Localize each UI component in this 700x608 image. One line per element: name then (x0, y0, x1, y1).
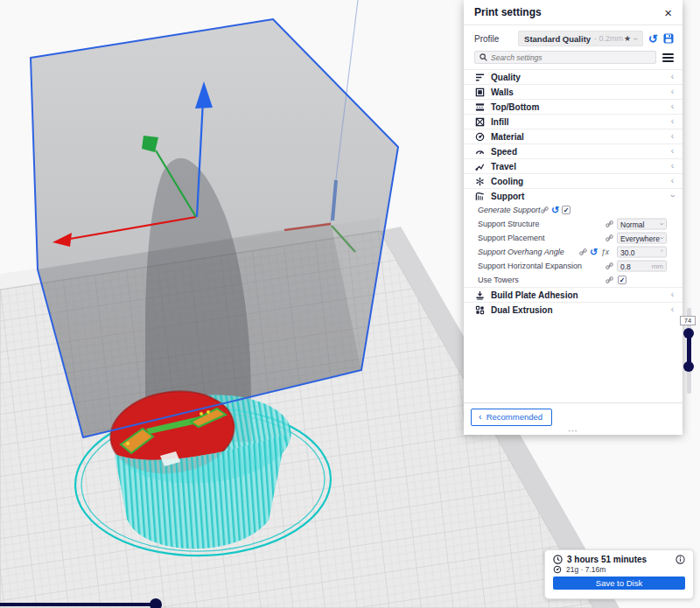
print-settings-panel: Print settings × Profile Standard Qualit… (464, 0, 682, 435)
chevron-expanded-icon: ‹ (668, 194, 676, 197)
link-icon[interactable] (541, 206, 549, 214)
chevron-collapsed-icon: ‹ (671, 102, 674, 111)
setting-support-overhang-angle[interactable]: Support Overhang Angle ↺ ƒx 30.0 ° (464, 245, 682, 259)
support-icon (475, 192, 485, 201)
cooling-icon (475, 177, 485, 186)
chevron-collapsed-icon: ‹ (671, 87, 674, 96)
category-support[interactable]: Support ‹ (464, 188, 682, 203)
material-spool-icon (553, 565, 562, 574)
link-icon[interactable] (579, 248, 587, 256)
setting-support-placement[interactable]: Support Placement Everywhere ‹ (464, 231, 682, 245)
panel-footer: ‹ Recommended ⋯ (464, 402, 682, 435)
top-bottom-icon (475, 102, 485, 112)
material-icon (475, 132, 485, 142)
print-time-row: 3 hours 51 minutes (553, 555, 685, 564)
material-usage: 21g · 7.16m (566, 565, 606, 574)
link-icon[interactable] (606, 276, 613, 284)
generate-support-checkbox[interactable]: ✓ (562, 206, 570, 214)
setting-generate-support[interactable]: Generate Support ↺ ✓ (464, 203, 682, 217)
profile-row: Profile Standard Quality - 0.2mm ★ ‹ ↺ (474, 31, 674, 46)
layer-slider-value: 74 (680, 316, 696, 325)
category-walls[interactable]: Walls ‹ (464, 84, 682, 99)
category-build-plate-adhesion[interactable]: Build Plate Adhesion ‹ (464, 287, 682, 302)
chevron-collapsed-icon: ‹ (671, 73, 674, 81)
support-placement-select[interactable]: Everywhere ‹ (617, 233, 667, 244)
category-travel[interactable]: Travel ‹ (464, 158, 682, 173)
simulation-slider-track[interactable] (0, 603, 156, 606)
revert-icon[interactable]: ↺ (551, 206, 559, 215)
chevron-down-icon: ‹ (658, 237, 666, 240)
save-profile-button[interactable] (663, 33, 674, 44)
simulation-slider-handle[interactable] (150, 598, 162, 608)
revert-profile-button[interactable]: ↺ (648, 33, 658, 45)
link-icon[interactable] (606, 234, 613, 242)
travel-icon (475, 162, 485, 171)
chevron-collapsed-icon: ‹ (671, 177, 674, 185)
support-horizontal-expansion-input[interactable]: 0.8 mm (617, 261, 667, 272)
close-icon[interactable]: × (664, 6, 672, 19)
revert-icon[interactable]: ↺ (590, 248, 598, 257)
cura-window: Print settings × Profile Standard Qualit… (0, 0, 700, 608)
save-disk-icon (663, 33, 674, 44)
search-box[interactable] (474, 51, 656, 64)
category-top-bottom[interactable]: Top/Bottom ‹ (464, 99, 682, 114)
chevron-collapsed-icon: ‹ (671, 117, 674, 126)
category-material[interactable]: Material ‹ (464, 129, 682, 143)
category-speed[interactable]: Speed ‹ (464, 143, 682, 158)
chevron-down-icon: ‹ (632, 38, 640, 40)
panel-drag-handle[interactable]: ⋯ (568, 425, 578, 437)
chevron-collapsed-icon: ‹ (671, 162, 674, 171)
search-row (474, 51, 674, 64)
walls-icon (475, 87, 485, 97)
category-quality[interactable]: Quality ‹ (464, 69, 682, 84)
search-input[interactable] (491, 53, 651, 62)
use-towers-checkbox[interactable]: ✓ (618, 276, 626, 284)
info-icon[interactable] (676, 555, 685, 564)
star-icon: ★ (624, 34, 631, 43)
support-overhang-angle-input[interactable]: 30.0 ° (617, 247, 667, 258)
chevron-left-icon: ‹ (479, 412, 482, 422)
recommended-button[interactable]: ‹ Recommended (471, 409, 552, 426)
category-dual-extrusion[interactable]: Dual Extrusion ‹ (464, 302, 682, 317)
setting-use-towers[interactable]: Use Towers ✓ (464, 273, 682, 287)
category-cooling[interactable]: Cooling ‹ (464, 173, 682, 188)
search-icon (480, 53, 487, 61)
link-icon[interactable] (606, 220, 613, 228)
chevron-collapsed-icon: ‹ (671, 290, 674, 299)
adhesion-icon (475, 290, 485, 300)
setting-support-structure[interactable]: Support Structure Normal ‹ (464, 217, 682, 231)
link-icon[interactable] (606, 262, 613, 270)
profile-label: Profile (474, 34, 518, 44)
quality-icon (475, 73, 485, 82)
profile-dropdown[interactable]: Standard Quality - 0.2mm ★ ‹ (518, 31, 643, 46)
setting-support-horizontal-expansion[interactable]: Support Horizontal Expansion 0.8 mm (464, 259, 682, 273)
chevron-collapsed-icon: ‹ (671, 132, 674, 141)
chevron-collapsed-icon: ‹ (671, 147, 674, 156)
save-to-disk-button[interactable]: Save to Disk (553, 577, 685, 590)
panel-header: Print settings × (464, 0, 682, 25)
setting-list: Quality ‹ Walls ‹ Top/Bottom ‹ Infill ‹ … (464, 69, 682, 317)
clock-icon (553, 555, 563, 564)
support-structure-select[interactable]: Normal ‹ (617, 219, 667, 230)
material-usage-row: 21g · 7.16m (553, 565, 685, 574)
panel-title: Print settings (474, 6, 542, 18)
dual-extrusion-icon (475, 305, 485, 315)
print-job-card: 3 hours 51 minutes 21g · 7.16m Save to D… (544, 549, 694, 599)
chevron-down-icon: ‹ (658, 223, 666, 226)
chevron-collapsed-icon: ‹ (671, 305, 674, 314)
category-infill[interactable]: Infill ‹ (464, 114, 682, 129)
speed-icon (475, 147, 485, 157)
print-time: 3 hours 51 minutes (567, 555, 647, 564)
layer-slider-lower-handle[interactable] (683, 361, 694, 372)
menu-icon[interactable] (662, 52, 674, 64)
formula-icon[interactable]: ƒx (601, 248, 609, 256)
infill-icon (475, 117, 485, 127)
